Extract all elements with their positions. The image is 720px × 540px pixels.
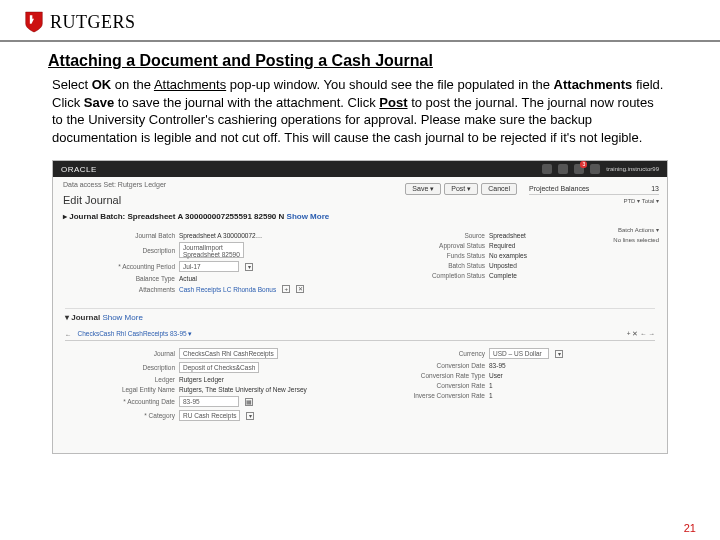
post-button[interactable]: Post ▾ [444, 183, 478, 195]
instruction-paragraph: Select OK on the Attachments pop-up wind… [0, 76, 720, 156]
gear-icon[interactable] [590, 164, 600, 174]
attachment-link[interactable]: Cash Receipts LC Rhonda Bonus [179, 286, 276, 293]
currency-dropdown-icon[interactable]: ▾ [555, 350, 563, 358]
remove-attachment-icon[interactable]: ✕ [296, 285, 304, 293]
projected-balances-panel: Projected Balances13 PTD ▾ Total ▾ Batch… [529, 183, 659, 245]
page-header: RUTGERS [0, 0, 720, 42]
journal-tabs[interactable]: ← ChecksCash Rhl CashReceipts 83-95 ▾ + … [65, 328, 655, 341]
oracle-topbar: ORACLE 3 training.instructor99 [53, 161, 667, 177]
period-dropdown-icon[interactable]: ▾ [245, 263, 253, 271]
journal-section: ▾ Journal Show More ← ChecksCash Rhl Cas… [53, 300, 667, 428]
rutgers-shield-icon [24, 10, 44, 34]
bell-icon[interactable]: 3 [574, 164, 584, 174]
topbar-icons: 3 training.instructor99 [542, 164, 659, 174]
rutgers-wordmark: RUTGERS [50, 12, 136, 33]
user-label: training.instructor99 [606, 166, 659, 172]
date-picker-icon[interactable]: ▦ [245, 398, 253, 406]
oracle-logo: ORACLE [61, 165, 97, 174]
section-title: Attaching a Document and Posting a Cash … [0, 42, 720, 76]
category-dropdown-icon[interactable]: ▾ [246, 412, 254, 420]
page-number: 21 [684, 522, 696, 534]
cancel-button[interactable]: Cancel [481, 183, 517, 195]
add-attachment-icon[interactable]: + [282, 285, 290, 293]
star-icon[interactable] [558, 164, 568, 174]
oracle-screenshot: ORACLE 3 training.instructor99 Data acce… [52, 160, 668, 454]
home-icon[interactable] [542, 164, 552, 174]
save-button[interactable]: Save ▾ [405, 183, 441, 195]
action-button-row: Save ▾ Post ▾ Cancel [405, 183, 517, 195]
